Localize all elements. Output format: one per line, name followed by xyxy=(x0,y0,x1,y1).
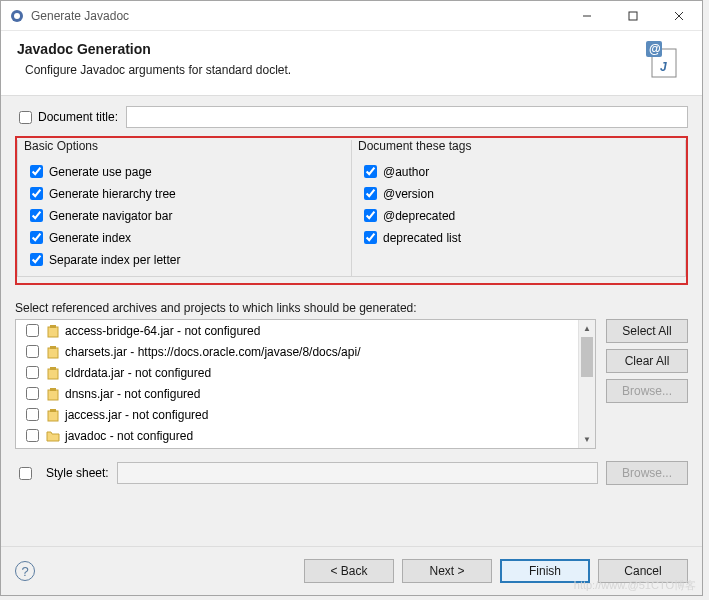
folder-icon xyxy=(45,428,61,444)
hierarchy-label: Generate hierarchy tree xyxy=(49,187,176,201)
document-title-label: Document title: xyxy=(38,110,118,124)
list-item[interactable]: charsets.jar - https://docs.oracle.com/j… xyxy=(16,341,595,362)
deprecated-list-checkbox[interactable] xyxy=(364,231,377,244)
references-list[interactable]: access-bridge-64.jar - not configured ch… xyxy=(15,319,596,449)
index-label: Generate index xyxy=(49,231,131,245)
close-button[interactable] xyxy=(656,1,702,30)
jar-icon xyxy=(45,344,61,360)
author-label: @author xyxy=(383,165,429,179)
app-icon xyxy=(9,8,25,24)
svg-rect-13 xyxy=(50,346,56,349)
author-checkbox[interactable] xyxy=(364,165,377,178)
document-tags-legend: Document these tags xyxy=(352,139,685,157)
basic-options-legend: Basic Options xyxy=(18,139,351,157)
separate-index-checkbox[interactable] xyxy=(30,253,43,266)
index-checkbox[interactable] xyxy=(30,231,43,244)
deprecated-list-label: deprecated list xyxy=(383,231,461,245)
navigator-label: Generate navigator bar xyxy=(49,209,172,223)
window-buttons xyxy=(564,1,702,30)
jar-icon xyxy=(45,323,61,339)
dialog-body: Document title: Basic Options Generate u… xyxy=(1,96,702,546)
ref-label: charsets.jar - https://docs.oracle.com/j… xyxy=(65,345,360,359)
hierarchy-checkbox[interactable] xyxy=(30,187,43,200)
basic-options-group: Basic Options Generate use page Generate… xyxy=(17,140,351,277)
stylesheet-label: Style sheet: xyxy=(46,466,109,480)
stylesheet-row: Style sheet: Browse... xyxy=(15,461,688,485)
help-icon[interactable]: ? xyxy=(15,561,35,581)
ref-checkbox[interactable] xyxy=(26,429,39,442)
page-title: Javadoc Generation xyxy=(17,41,646,57)
svg-rect-19 xyxy=(50,409,56,412)
separate-index-label: Separate index per letter xyxy=(49,253,180,267)
list-item[interactable]: cldrdata.jar - not configured xyxy=(16,362,595,383)
list-item[interactable]: javadoc - not configured xyxy=(16,425,595,446)
back-button[interactable]: < Back xyxy=(304,559,394,583)
titlebar[interactable]: Generate Javadoc xyxy=(1,1,702,31)
document-title-input[interactable] xyxy=(126,106,688,128)
svg-rect-3 xyxy=(629,12,637,20)
ref-label: cldrdata.jar - not configured xyxy=(65,366,211,380)
use-page-checkbox[interactable] xyxy=(30,165,43,178)
select-all-button[interactable]: Select All xyxy=(606,319,688,343)
version-checkbox[interactable] xyxy=(364,187,377,200)
svg-rect-16 xyxy=(48,390,58,400)
dialog-footer: ? < Back Next > Finish Cancel xyxy=(1,546,702,595)
next-button[interactable]: Next > xyxy=(402,559,492,583)
javadoc-icon: @ J xyxy=(646,41,686,81)
list-item[interactable]: jaccess.jar - not configured xyxy=(16,404,595,425)
ref-label: access-bridge-64.jar - not configured xyxy=(65,324,260,338)
references-buttons: Select All Clear All Browse... xyxy=(606,319,688,449)
ref-label: dnsns.jar - not configured xyxy=(65,387,200,401)
ref-checkbox[interactable] xyxy=(26,366,39,379)
minimize-button[interactable] xyxy=(564,1,610,30)
dialog-header: Javadoc Generation Configure Javadoc arg… xyxy=(1,31,702,96)
svg-text:J: J xyxy=(660,60,667,74)
svg-rect-17 xyxy=(50,388,56,391)
svg-rect-18 xyxy=(48,411,58,421)
ref-label: javadoc - not configured xyxy=(65,429,193,443)
stylesheet-browse-button: Browse... xyxy=(606,461,688,485)
svg-text:@: @ xyxy=(649,42,661,56)
references-label: Select referenced archives and projects … xyxy=(15,301,688,315)
version-label: @version xyxy=(383,187,434,201)
cancel-button[interactable]: Cancel xyxy=(598,559,688,583)
document-tags-group: Document these tags @author @version @de… xyxy=(351,140,686,277)
scroll-down-icon[interactable]: ▼ xyxy=(579,431,595,448)
document-title-checkbox[interactable] xyxy=(19,111,32,124)
svg-rect-12 xyxy=(48,348,58,358)
maximize-button[interactable] xyxy=(610,1,656,30)
svg-point-1 xyxy=(14,13,20,19)
ref-checkbox[interactable] xyxy=(26,324,39,337)
document-title-row: Document title: xyxy=(15,106,688,128)
refs-browse-button[interactable]: Browse... xyxy=(606,379,688,403)
use-page-label: Generate use page xyxy=(49,165,152,179)
list-item[interactable]: access-bridge-64.jar - not configured xyxy=(16,320,595,341)
options-highlight: Basic Options Generate use page Generate… xyxy=(15,136,688,285)
scrollbar[interactable]: ▲ ▼ xyxy=(578,320,595,448)
stylesheet-input xyxy=(117,462,598,484)
ref-checkbox[interactable] xyxy=(26,408,39,421)
jar-icon xyxy=(45,407,61,423)
svg-rect-14 xyxy=(48,369,58,379)
scroll-up-icon[interactable]: ▲ xyxy=(579,320,595,337)
clear-all-button[interactable]: Clear All xyxy=(606,349,688,373)
svg-rect-15 xyxy=(50,367,56,370)
references-row: access-bridge-64.jar - not configured ch… xyxy=(15,319,688,449)
ref-label: jaccess.jar - not configured xyxy=(65,408,208,422)
jar-icon xyxy=(45,365,61,381)
stylesheet-checkbox[interactable] xyxy=(19,467,32,480)
scroll-thumb[interactable] xyxy=(581,337,593,377)
window-title: Generate Javadoc xyxy=(31,9,564,23)
svg-rect-10 xyxy=(48,327,58,337)
navigator-checkbox[interactable] xyxy=(30,209,43,222)
deprecated-label: @deprecated xyxy=(383,209,455,223)
ref-checkbox[interactable] xyxy=(26,387,39,400)
deprecated-checkbox[interactable] xyxy=(364,209,377,222)
page-subtitle: Configure Javadoc arguments for standard… xyxy=(25,63,646,77)
dialog-window: Generate Javadoc Javadoc Generation Conf… xyxy=(0,0,703,596)
list-item[interactable]: dnsns.jar - not configured xyxy=(16,383,595,404)
ref-checkbox[interactable] xyxy=(26,345,39,358)
svg-rect-11 xyxy=(50,325,56,328)
finish-button[interactable]: Finish xyxy=(500,559,590,583)
jar-icon xyxy=(45,386,61,402)
